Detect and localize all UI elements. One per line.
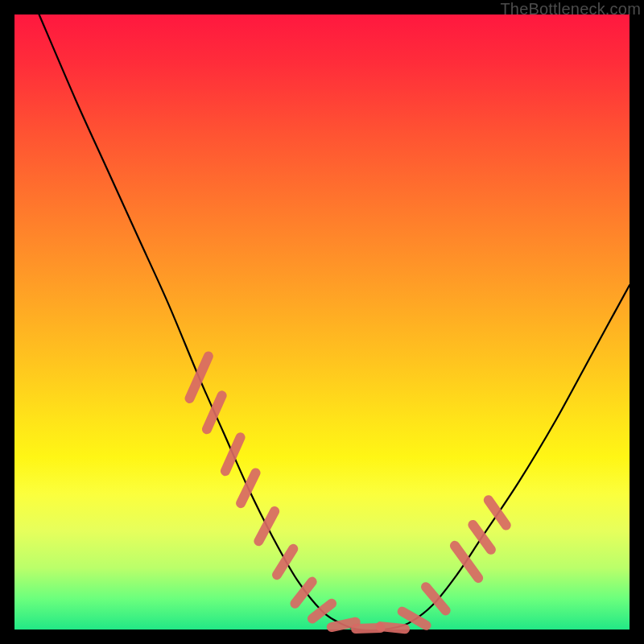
marker-dash xyxy=(295,582,312,604)
marker-dash xyxy=(426,587,446,610)
curve-svg xyxy=(14,14,630,630)
chart-frame: TheBottleneck.com xyxy=(0,0,644,644)
bottleneck-curve xyxy=(39,14,630,630)
marker-dash xyxy=(381,626,405,629)
highlight-markers xyxy=(190,357,506,630)
plot-area xyxy=(14,14,630,630)
watermark-text: TheBottleneck.com xyxy=(500,0,641,19)
